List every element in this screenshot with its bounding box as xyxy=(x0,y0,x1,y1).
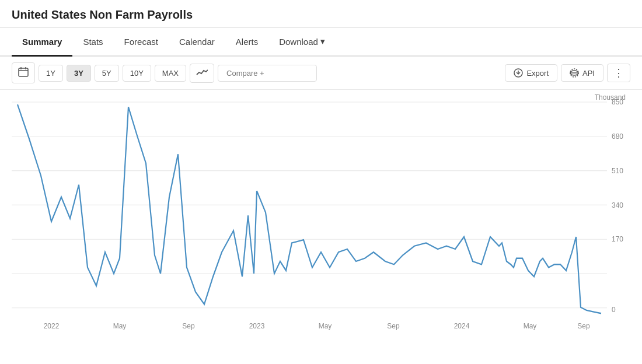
svg-text:May: May xyxy=(113,322,127,330)
svg-text:Sep: Sep xyxy=(387,322,399,330)
svg-text:2024: 2024 xyxy=(454,322,470,330)
calendar-button[interactable] xyxy=(12,62,35,83)
svg-text:0: 0 xyxy=(612,306,616,314)
svg-text:May: May xyxy=(319,322,332,330)
toolbar: 1Y 3Y 5Y 10Y MAX Export API xyxy=(0,57,642,90)
dropdown-arrow-icon: ▾ xyxy=(320,36,325,47)
period-1y-button[interactable]: 1Y xyxy=(39,65,63,82)
page-container: United States Non Farm Payrolls Summary … xyxy=(0,0,642,341)
svg-rect-0 xyxy=(19,68,28,76)
period-10y-button[interactable]: 10Y xyxy=(123,65,151,82)
svg-text:Sep: Sep xyxy=(182,322,194,330)
tab-forecast[interactable]: Forecast xyxy=(114,29,169,57)
svg-text:680: 680 xyxy=(612,132,623,141)
export-button[interactable]: Export xyxy=(505,64,557,82)
api-button[interactable]: API xyxy=(561,64,603,82)
svg-text:2023: 2023 xyxy=(249,322,265,330)
svg-text:Sep: Sep xyxy=(577,322,589,330)
period-3y-button[interactable]: 3Y xyxy=(67,65,91,82)
nav-tabs: Summary Stats Forecast Calendar Alerts D… xyxy=(0,28,642,57)
compare-input[interactable] xyxy=(218,65,317,82)
tab-calendar[interactable]: Calendar xyxy=(169,29,225,57)
svg-text:340: 340 xyxy=(612,201,623,209)
chart-svg: 850 680 510 340 170 0 2022 May Sep 2023 … xyxy=(12,90,630,335)
api-label: API xyxy=(582,69,595,78)
export-label: Export xyxy=(526,69,549,78)
svg-text:510: 510 xyxy=(612,167,623,175)
more-options-button[interactable]: ⋮ xyxy=(607,64,630,82)
svg-text:170: 170 xyxy=(612,235,623,243)
chart-unit-label: Thousand xyxy=(595,93,626,102)
svg-text:2022: 2022 xyxy=(44,322,60,330)
tab-download[interactable]: Download ▾ xyxy=(268,28,336,57)
period-max-button[interactable]: MAX xyxy=(155,65,186,82)
tab-stats[interactable]: Stats xyxy=(72,29,113,57)
period-5y-button[interactable]: 5Y xyxy=(95,65,119,82)
chart-type-button[interactable] xyxy=(190,64,214,83)
svg-text:May: May xyxy=(524,322,537,330)
chart-area: Thousand 850 680 510 340 170 0 2022 May … xyxy=(0,90,642,341)
tab-alerts[interactable]: Alerts xyxy=(225,29,268,57)
tab-summary[interactable]: Summary xyxy=(12,29,72,57)
page-title: United States Non Farm Payrolls xyxy=(0,0,642,28)
